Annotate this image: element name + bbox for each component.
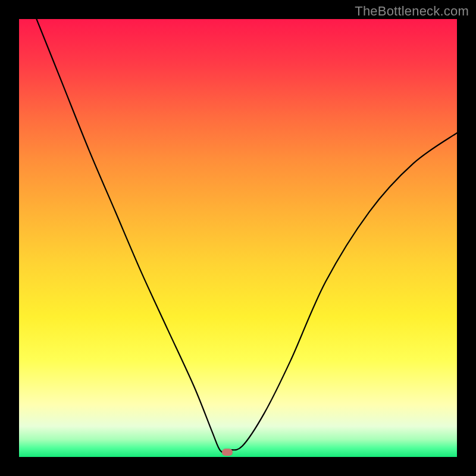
optimal-point-marker xyxy=(222,449,233,456)
bottleneck-curve xyxy=(19,19,457,457)
watermark-text: TheBottleneck.com xyxy=(355,4,469,19)
bottleneck-curve-path xyxy=(36,19,457,452)
chart-frame: TheBottleneck.com xyxy=(0,0,476,476)
plot-area xyxy=(19,19,457,457)
